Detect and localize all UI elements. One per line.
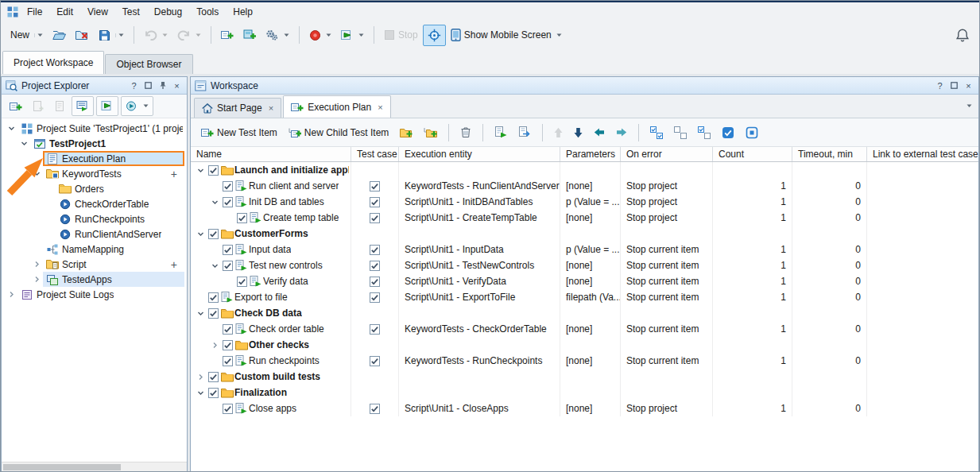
explorer-horizontal-scrollbar[interactable] xyxy=(2,462,187,472)
tree-item-runcheckpoints[interactable]: RunCheckpoints xyxy=(2,211,187,226)
move-up-button[interactable] xyxy=(549,123,567,142)
row-collapse-icon[interactable] xyxy=(194,306,207,320)
run-dropdown-caret[interactable] xyxy=(358,33,364,37)
float-panel-button[interactable] xyxy=(948,79,960,91)
close-panel-button[interactable]: × xyxy=(963,79,974,91)
column-header-on-error[interactable]: On error xyxy=(621,147,713,161)
close-panel-button[interactable]: × xyxy=(171,79,183,91)
column-header-link-to-external-test-case[interactable]: Link to external test case xyxy=(867,147,978,161)
tree-item-project-suite-testproject1-1-project[interactable]: Project Suite 'TestProject1' (1 project) xyxy=(2,121,187,136)
tree-item-execution-plan[interactable]: Execution Plan xyxy=(2,151,187,166)
test-case-cell[interactable] xyxy=(351,337,399,353)
redo-button[interactable] xyxy=(172,25,206,45)
new-dropdown-caret[interactable] xyxy=(34,33,43,37)
plan-item-row-verify-data[interactable]: Verify dataScript\Unit1 - VerifyData[non… xyxy=(191,273,978,289)
plan-group-row-finalization[interactable]: Finalization xyxy=(191,385,978,400)
open-project-button[interactable] xyxy=(48,25,71,44)
record-test-button[interactable] xyxy=(304,25,336,45)
test-case-cell[interactable] xyxy=(351,400,399,416)
row-enabled-checkbox[interactable] xyxy=(235,274,248,288)
show-report-button[interactable] xyxy=(513,122,536,142)
row-collapse-icon[interactable] xyxy=(194,226,207,241)
menu-tools[interactable]: Tools xyxy=(189,4,226,20)
test-case-cell[interactable] xyxy=(351,162,399,178)
plan-group-row-custom-build-tests[interactable]: Custom build tests xyxy=(191,369,978,385)
test-case-cell[interactable] xyxy=(351,385,399,400)
plan-item-row-run-client-and-server[interactable]: Run client and serverKeywordTests - RunC… xyxy=(191,178,978,194)
test-case-cell[interactable] xyxy=(351,321,399,337)
add-item-plus-button[interactable]: + xyxy=(171,259,177,270)
move-left-button[interactable] xyxy=(589,124,610,141)
column-header-name[interactable]: Name xyxy=(191,147,351,161)
options-dropdown-caret[interactable] xyxy=(284,33,289,37)
tree-item-checkordertable[interactable]: CheckOrderTable xyxy=(2,196,187,211)
plan-item-row-check-order-table[interactable]: Check order tableKeywordTests - CheckOrd… xyxy=(191,321,978,337)
tree-expand-icon[interactable] xyxy=(30,257,43,272)
plan-item-row-create-temp-table[interactable]: Create temp tableScript\Unit1 - CreateTe… xyxy=(191,210,978,226)
new-child-group-button[interactable] xyxy=(419,123,442,142)
undo-button[interactable] xyxy=(139,25,172,45)
row-enabled-checkbox[interactable] xyxy=(221,242,234,257)
close-tab-icon[interactable]: × xyxy=(378,103,382,112)
row-collapse-icon[interactable] xyxy=(208,195,221,209)
close-project-button[interactable] xyxy=(71,25,94,44)
test-case-cell[interactable] xyxy=(351,194,399,210)
plan-group-row-other-checks[interactable]: Other checks xyxy=(191,337,978,353)
explorer-new-file-button[interactable] xyxy=(49,96,70,116)
delete-item-button[interactable] xyxy=(455,122,476,142)
row-enabled-checkbox[interactable] xyxy=(235,211,248,225)
test-case-cell[interactable] xyxy=(351,353,399,369)
plan-item-row-test-new-controls[interactable]: Test new controlsScript\Unit1 - TestNewC… xyxy=(191,257,978,273)
check-selected-button[interactable] xyxy=(693,122,715,143)
test-case-cell[interactable] xyxy=(351,305,399,321)
add-new-item-button[interactable] xyxy=(216,25,238,45)
plan-item-row-export-to-file[interactable]: Export to fileScript\Unit1 - ExportToFil… xyxy=(191,289,978,305)
move-down-button[interactable] xyxy=(569,123,587,142)
new-group-button[interactable] xyxy=(395,123,417,142)
explorer-add-existing-button[interactable] xyxy=(28,96,48,116)
float-panel-button[interactable] xyxy=(142,79,154,91)
project-options-button[interactable] xyxy=(261,25,294,45)
tab-execution-plan[interactable]: Execution Plan × xyxy=(283,95,391,118)
test-case-cell[interactable] xyxy=(351,210,399,226)
tree-collapse-icon[interactable] xyxy=(30,167,43,181)
help-button[interactable]: ? xyxy=(128,79,140,91)
row-enabled-checkbox[interactable] xyxy=(221,179,234,193)
save-dropdown-caret[interactable] xyxy=(115,33,124,37)
tab-object-browser[interactable]: Object Browser xyxy=(105,54,192,74)
scrollbar-thumb[interactable] xyxy=(3,464,121,470)
test-case-cell[interactable] xyxy=(351,178,399,194)
new-test-item-button[interactable]: New Test Item xyxy=(196,122,282,143)
notifications-button[interactable] xyxy=(951,24,974,47)
tree-collapse-icon[interactable] xyxy=(17,137,30,151)
run-project-dropdown-caret[interactable] xyxy=(143,104,149,108)
menu-debug[interactable]: Debug xyxy=(147,4,189,20)
check-all-button[interactable] xyxy=(645,122,668,143)
menu-help[interactable]: Help xyxy=(226,4,260,20)
row-collapse-icon[interactable] xyxy=(194,163,207,177)
tree-item-project-suite-logs[interactable]: Project Suite Logs xyxy=(2,287,187,302)
tree-expand-icon[interactable] xyxy=(30,273,43,287)
move-right-button[interactable] xyxy=(611,124,632,141)
tree-collapse-icon[interactable] xyxy=(5,122,17,136)
row-expand-icon[interactable] xyxy=(208,338,221,352)
row-enabled-checkbox[interactable] xyxy=(207,290,219,304)
row-collapse-icon[interactable] xyxy=(194,385,207,400)
row-collapse-icon[interactable] xyxy=(208,258,221,273)
plan-group-row-customerforms[interactable]: CustomerForms xyxy=(191,226,978,242)
tree-item-runclientandserver[interactable]: RunClientAndServer xyxy=(2,226,187,242)
plan-item-row-close-apps[interactable]: Close appsScript\Unit1 - CloseApps[none]… xyxy=(191,400,978,416)
row-enabled-checkbox[interactable] xyxy=(221,338,234,352)
show-mobile-screen-button[interactable]: Show Mobile Screen xyxy=(446,25,567,45)
menu-view[interactable]: View xyxy=(80,4,115,20)
close-tab-icon[interactable]: × xyxy=(269,103,273,113)
add-item-plus-button[interactable]: + xyxy=(171,168,177,180)
plan-item-row-run-checkpoints[interactable]: Run checkpointsKeywordTests - RunCheckpo… xyxy=(191,353,978,369)
row-enabled-checkbox[interactable] xyxy=(207,369,219,384)
tree-item-keywordtests[interactable]: KeywordTests+ xyxy=(2,166,187,181)
organize-tests-button[interactable] xyxy=(72,96,94,116)
new-child-test-item-button[interactable]: New Child Test Item xyxy=(284,122,393,143)
column-header-execution-entity[interactable]: Execution entity xyxy=(399,147,560,161)
tree-item-script[interactable]: Script+ xyxy=(2,257,187,272)
pin-panel-button[interactable] xyxy=(157,79,168,91)
